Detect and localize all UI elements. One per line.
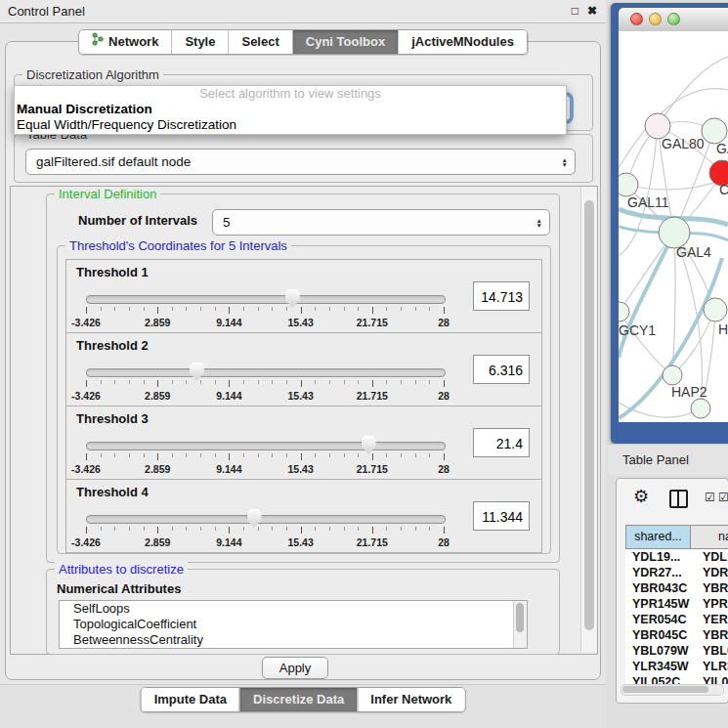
close-panel-icon[interactable]: ✖ — [587, 0, 597, 22]
tick-mark — [444, 380, 445, 387]
table-row[interactable]: YER054CYER0 — [625, 612, 728, 627]
close-traffic-light-icon[interactable] — [630, 13, 643, 25]
gear-icon[interactable]: ⚙ — [633, 486, 649, 507]
cell-shared-name: YDR27... — [625, 565, 691, 580]
tick-label: 21.715 — [357, 463, 388, 475]
minimize-traffic-light-icon[interactable] — [649, 13, 662, 25]
column-header-shared[interactable]: shared... — [625, 525, 691, 549]
slider-thumb[interactable] — [247, 509, 262, 528]
slider-thumb[interactable] — [285, 289, 300, 308]
columns-icon[interactable] — [669, 490, 688, 508]
checkbox-icon[interactable]: ☑ — [718, 491, 728, 504]
dropdown-option-manual-discretization[interactable]: Manual Discretization — [15, 102, 566, 117]
horizontal-scrollbar[interactable] — [621, 684, 724, 696]
attribute-list-item[interactable]: SelfLoops — [60, 601, 527, 617]
tick-mark — [229, 453, 230, 460]
tick-label: 28 — [438, 317, 450, 328]
scrollbar-thumb[interactable] — [516, 603, 524, 632]
tab-cyni-toolbox[interactable]: Cyni Toolbox — [292, 30, 398, 54]
float-window-icon[interactable]: □ — [572, 0, 578, 22]
table-row[interactable]: YDL19...YDL1 — [625, 549, 728, 565]
tick-mark — [186, 380, 187, 384]
tick-mark — [429, 527, 430, 531]
apply-button[interactable]: Apply — [262, 657, 328, 679]
bottom-tab-discretize-data[interactable]: Discretize Data — [239, 688, 357, 711]
table-data-combobox[interactable]: galFiltered.sif default node ▲▼ — [25, 149, 576, 175]
table-row[interactable]: YDR27...YDR2 — [625, 565, 728, 580]
checkbox-icon[interactable]: ☑ — [705, 491, 715, 504]
attribute-list-item[interactable]: BetweennessCentrality — [60, 632, 527, 648]
tick-mark — [129, 527, 130, 531]
tick-mark — [429, 307, 430, 311]
numerical-attributes-list[interactable]: SelfLoopsTopologicalCoefficientBetweenne… — [59, 600, 528, 649]
slider-track[interactable] — [86, 442, 446, 450]
tick-mark — [415, 380, 416, 384]
network-node[interactable] — [691, 399, 710, 418]
network-node[interactable] — [663, 365, 682, 385]
tab-jactivemnodules[interactable]: jActiveMNodules — [398, 30, 527, 54]
list-scrollbar[interactable] — [513, 601, 527, 648]
table-row[interactable]: YPR145WYPR1 — [625, 596, 728, 612]
threshold-slider[interactable]: -3.4262.8599.14415.4321.71528 — [84, 434, 450, 477]
table-row[interactable]: YLR345WYLR3 — [625, 659, 728, 674]
scrollbar-thumb[interactable] — [622, 686, 708, 693]
tick-mark — [358, 527, 359, 531]
tick-mark — [215, 453, 216, 457]
bottom-tab-impute-data[interactable]: Impute Data — [142, 688, 239, 711]
vertical-scrollbar[interactable] — [580, 187, 597, 652]
cell-name: YPR1 — [691, 596, 728, 612]
group-title: Threshold's Coordinates for 5 Intervals — [65, 238, 291, 253]
threshold-slider[interactable]: -3.4262.8599.14415.4321.71528 — [84, 287, 450, 330]
table-row[interactable]: YBR045CYBR0 — [625, 627, 728, 643]
tick-mark — [358, 307, 359, 311]
slider-ticks — [86, 380, 444, 389]
tab-network[interactable]: Network — [79, 30, 171, 54]
slider-track[interactable] — [86, 515, 446, 524]
dropdown-option-equal-width-frequency[interactable]: Equal Width/Frequency Discretization — [15, 117, 566, 133]
threshold-slider[interactable]: -3.4262.8599.14415.4321.71528 — [84, 361, 450, 404]
threshold-value-field[interactable]: 6.316 — [473, 355, 530, 384]
tick-label: 21.715 — [357, 536, 388, 548]
threshold-value-field[interactable]: 21.4 — [473, 428, 530, 457]
tick-label: -3.426 — [71, 463, 101, 475]
network-node[interactable] — [704, 298, 727, 321]
zoom-traffic-light-icon[interactable] — [667, 13, 680, 25]
tick-mark — [114, 380, 115, 384]
slider-track[interactable] — [86, 295, 446, 304]
slider-thumb[interactable] — [362, 436, 376, 454]
cell-shared-name: YER054C — [625, 612, 691, 627]
bottom-tab-bar: Impute DataDiscretize DataInfer Network — [141, 687, 466, 712]
network-canvas[interactable]: GAL80GACGAL11GAL4GCY1HHAP2 — [619, 31, 728, 422]
table-row[interactable]: YIL052CYIL0 — [625, 674, 728, 684]
number-of-intervals-combobox[interactable]: 5 ▲▼ — [212, 209, 550, 236]
tick-mark — [200, 380, 201, 384]
column-header-name[interactable]: na — [691, 525, 728, 549]
attribute-list-item[interactable]: TopologicalCoefficient — [60, 617, 527, 632]
number-of-intervals-label: Number of Intervals — [78, 213, 197, 228]
tick-mark — [172, 453, 173, 457]
network-node[interactable] — [619, 302, 629, 321]
tab-select[interactable]: Select — [228, 30, 291, 54]
algorithm-dropdown-popup: Select algorithm to view settings Manual… — [14, 85, 567, 135]
table-row[interactable]: YBL079WYBL0 — [625, 643, 728, 659]
tick-mark — [243, 307, 244, 311]
tick-mark — [114, 307, 115, 311]
tick-mark — [401, 527, 402, 531]
tick-mark — [243, 453, 244, 457]
tick-label: 9.144 — [216, 317, 241, 328]
threshold-value-field[interactable]: 14.713 — [473, 281, 530, 311]
tick-mark — [144, 527, 145, 531]
bottom-tab-infer-network[interactable]: Infer Network — [357, 688, 464, 711]
tick-mark — [444, 453, 445, 460]
slider-track[interactable] — [86, 368, 446, 377]
cell-name: YLR3 — [691, 659, 728, 674]
table-row[interactable]: YBR043CYBR0 — [625, 580, 728, 596]
scrollbar-thumb[interactable] — [584, 200, 594, 630]
threshold-value-field[interactable]: 11.344 — [473, 501, 530, 531]
network-node[interactable] — [619, 173, 638, 196]
slider-thumb[interactable] — [190, 363, 204, 381]
threshold-slider[interactable]: -3.4262.8599.14415.4321.71528 — [84, 507, 450, 550]
tick-mark — [243, 380, 244, 384]
tick-mark — [157, 453, 158, 460]
tab-style[interactable]: Style — [171, 30, 228, 54]
